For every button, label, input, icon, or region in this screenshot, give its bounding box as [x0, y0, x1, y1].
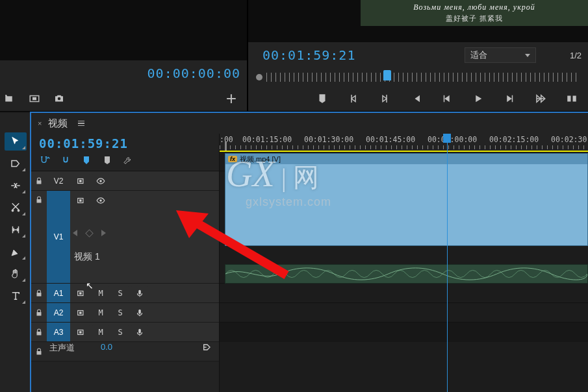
svg-rect-3	[567, 96, 570, 102]
insert-icon[interactable]	[25, 89, 44, 108]
zoom-fit-dropdown[interactable]: 适合	[465, 47, 536, 63]
in-point-icon[interactable]	[344, 89, 363, 108]
camera-icon[interactable]	[49, 89, 69, 108]
timeline-timecode[interactable]: 00:01:59:21	[39, 136, 211, 151]
track-label-v1[interactable]: V1	[47, 191, 70, 283]
svg-rect-11	[79, 199, 82, 202]
step-back-icon[interactable]	[437, 89, 457, 108]
track-header-a2: A2 M S	[31, 303, 219, 323]
track-label-a1[interactable]: A1	[47, 284, 70, 302]
close-icon[interactable]: ×	[38, 119, 42, 127]
mute-button[interactable]: M	[92, 306, 109, 320]
track-label-v2[interactable]: V2	[47, 171, 70, 190]
go-to-in-icon[interactable]	[406, 89, 426, 108]
voice-record-icon[interactable]	[131, 325, 148, 339]
svg-rect-21	[138, 328, 141, 333]
source-timecode[interactable]: 00:00:00:00	[147, 66, 240, 81]
eye-icon[interactable]	[92, 174, 109, 188]
snap-icon[interactable]	[39, 154, 51, 166]
ripple-edit-tool[interactable]	[5, 177, 27, 195]
eye-icon[interactable]	[92, 193, 109, 208]
time-ruler[interactable]: :00 00:01:15:00 00:01:30:00 00:01:45:00 …	[220, 134, 588, 152]
play-icon[interactable]	[468, 89, 488, 108]
track-output-icon[interactable]	[73, 174, 90, 188]
video-clip[interactable]: fx 视频.mp4 [V]	[225, 153, 588, 246]
lock-icon[interactable]	[31, 171, 47, 190]
add-keyframe-icon[interactable]	[85, 229, 94, 238]
lock-icon[interactable]	[31, 284, 47, 302]
track-output-icon[interactable]	[73, 325, 90, 339]
export-still-icon[interactable]	[0, 89, 19, 108]
in-marker[interactable]	[225, 141, 227, 151]
settings-wrench-icon[interactable]	[122, 154, 134, 166]
sequence-tab[interactable]: 视频	[48, 117, 68, 130]
solo-button[interactable]: S	[112, 325, 129, 339]
track-label-a3[interactable]: A3	[47, 323, 70, 341]
master-out-icon[interactable]	[202, 342, 212, 361]
svg-point-5	[12, 210, 14, 212]
pen-tool[interactable]	[5, 243, 27, 261]
track-lane-a3[interactable]	[220, 303, 588, 323]
clip-name: 视频.mp4 [V]	[240, 154, 281, 164]
voice-record-icon[interactable]	[131, 306, 148, 320]
lift-icon[interactable]	[562, 89, 582, 108]
timeline-content[interactable]: :00 00:01:15:00 00:01:30:00 00:01:45:00 …	[220, 134, 588, 392]
solo-button[interactable]: S	[112, 306, 129, 320]
track-output-icon[interactable]	[73, 286, 90, 300]
go-to-out-icon[interactable]	[531, 89, 550, 108]
track-label-a2[interactable]: A2	[47, 303, 70, 322]
track-lane-a1[interactable]	[220, 264, 588, 284]
ruler-tick: 00:02:30:	[551, 135, 588, 144]
lock-icon[interactable]	[31, 303, 47, 322]
subtitle-line-1: Возьми меня, люби меня, укрой	[413, 3, 535, 12]
selection-tool[interactable]	[5, 132, 27, 151]
hand-tool[interactable]	[5, 265, 27, 283]
panel-menu-icon[interactable]	[78, 121, 84, 127]
scrub-ticks[interactable]	[266, 73, 576, 82]
track-select-tool[interactable]	[5, 154, 27, 173]
prev-keyframe-icon[interactable]	[73, 230, 77, 236]
program-timecode[interactable]: 00:01:59:21	[262, 47, 355, 63]
solo-button[interactable]: S	[112, 286, 129, 300]
add-button[interactable]: +	[226, 88, 242, 109]
svg-rect-18	[138, 309, 141, 313]
out-point-icon[interactable]	[375, 89, 394, 108]
mute-button[interactable]: M	[92, 286, 109, 300]
svg-point-9	[99, 180, 102, 182]
marker-icon[interactable]	[313, 89, 332, 108]
svg-rect-1	[32, 97, 36, 101]
program-scrub-bar[interactable]	[248, 68, 588, 86]
razor-tool[interactable]	[5, 199, 27, 217]
ruler-tick: 00:01:30:00	[304, 135, 353, 144]
step-forward-icon[interactable]	[500, 89, 519, 108]
type-tool[interactable]	[5, 287, 27, 305]
program-monitor-panel: Возьми меня, люби меня, укрой 盖好被子 抓紧我 0…	[247, 0, 588, 111]
next-keyframe-icon[interactable]	[101, 230, 106, 236]
track-lane-a2[interactable]	[220, 284, 588, 303]
audio-clip-a1[interactable]	[225, 264, 588, 284]
scrub-start-dot	[256, 74, 262, 80]
ruler-tick: 00:01:15:00	[242, 135, 292, 144]
mute-button[interactable]: M	[92, 325, 109, 339]
video-frame: Возьми меня, люби меня, укрой 盖好被子 抓紧我	[361, 0, 588, 26]
lock-icon[interactable]	[31, 323, 47, 341]
playhead[interactable]	[447, 134, 448, 392]
track-lane-master[interactable]	[220, 323, 588, 342]
keyframe-nav: ↖	[73, 230, 106, 236]
svg-rect-14	[79, 292, 82, 295]
voice-record-icon[interactable]	[131, 286, 148, 300]
track-header-v1: V1 视频 1 ↖	[31, 191, 219, 284]
track-output-icon[interactable]	[73, 306, 90, 320]
slip-tool[interactable]	[5, 221, 27, 239]
marker-add-icon[interactable]	[81, 154, 92, 166]
lock-icon[interactable]	[31, 191, 47, 283]
master-volume-value[interactable]: 0.0	[101, 342, 112, 361]
track-output-icon[interactable]	[73, 193, 90, 208]
scrub-playhead[interactable]	[383, 70, 391, 80]
track-header-a3: A3 M S	[31, 323, 219, 342]
marker-grey-icon[interactable]	[101, 154, 113, 166]
track-header-a1: A1 M S	[31, 284, 219, 303]
track-header-column: 00:01:59:21 V2	[31, 134, 220, 392]
lock-icon[interactable]	[31, 342, 47, 361]
linked-selection-icon[interactable]	[60, 154, 71, 166]
